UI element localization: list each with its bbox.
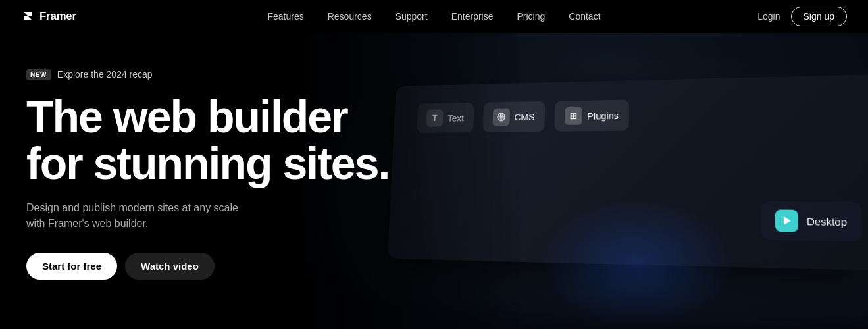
toolbar-plugins-item: ⊞ Plugins	[554, 99, 629, 131]
framer-logo[interactable]: Framer	[21, 10, 76, 23]
nav-resources[interactable]: Resources	[328, 11, 372, 22]
play-triangle	[784, 216, 791, 225]
bg-glow	[539, 197, 736, 329]
cta-buttons: Start for free Watch video	[26, 253, 401, 280]
framer-wordmark: Framer	[39, 10, 76, 23]
nav-features[interactable]: Features	[267, 11, 303, 22]
nav-pricing[interactable]: Pricing	[517, 11, 545, 22]
signup-button[interactable]: Sign up	[791, 7, 847, 26]
nav-right: Login Sign up	[757, 7, 847, 26]
toolbar-plugins-label: Plugins	[587, 110, 619, 121]
nav-support[interactable]: Support	[396, 11, 428, 22]
badge-text: Explore the 2024 recap	[57, 69, 153, 80]
start-for-free-button[interactable]: Start for free	[26, 253, 117, 280]
hero-section: T Text CMS ⊞ Plugins Deskto	[0, 0, 868, 329]
new-badge: NEW	[26, 69, 51, 80]
plugins-icon: ⊞	[565, 107, 582, 124]
login-link[interactable]: Login	[757, 11, 780, 22]
hero-title-line2: for stunning sites.	[26, 138, 389, 188]
desktop-label: Desktop	[807, 215, 848, 228]
nav-left: Framer	[21, 10, 76, 23]
nav-enterprise[interactable]: Enterprise	[451, 11, 494, 22]
navigation: Framer Features Resources Support Enterp…	[0, 0, 868, 33]
framer-logo-icon	[21, 10, 34, 23]
hero-title: The web builder for stunning sites.	[26, 93, 401, 188]
nav-center: Features Resources Support Enterprise Pr…	[267, 11, 600, 22]
nav-contact[interactable]: Contact	[569, 11, 600, 22]
hero-subtitle: Design and publish modern sites at any s…	[26, 200, 250, 232]
bottom-toolbar: Desktop	[761, 201, 862, 242]
announcement-banner: NEW Explore the 2024 recap	[26, 69, 401, 80]
hero-content: NEW Explore the 2024 recap The web build…	[0, 33, 428, 329]
watch-video-button[interactable]: Watch video	[125, 253, 215, 280]
hero-title-line1: The web builder	[26, 91, 347, 141]
desktop-play-icon	[775, 209, 798, 232]
